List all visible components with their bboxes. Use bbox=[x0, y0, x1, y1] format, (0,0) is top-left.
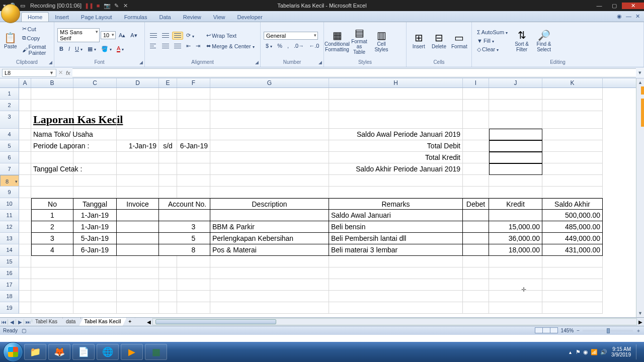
cell-G15[interactable] bbox=[210, 256, 329, 267]
cell-A11[interactable] bbox=[19, 210, 31, 221]
cell-D5[interactable]: 1-Jan-19 bbox=[117, 140, 159, 152]
cell-J8[interactable] bbox=[489, 175, 542, 187]
cell-G19[interactable] bbox=[210, 302, 329, 314]
row-header-18[interactable]: 18 bbox=[0, 291, 19, 302]
row-header-8[interactable]: 8 bbox=[0, 175, 19, 187]
cell-J11[interactable] bbox=[489, 210, 542, 221]
cell-C3[interactable] bbox=[73, 111, 117, 129]
cell-A2[interactable] bbox=[19, 100, 31, 111]
cell-H9[interactable] bbox=[329, 187, 463, 198]
cell-A4[interactable] bbox=[19, 129, 31, 140]
cell-I9[interactable] bbox=[463, 187, 489, 198]
cell-I3[interactable] bbox=[463, 111, 489, 129]
merge-center-button[interactable]: ⬌ Merge & Center bbox=[204, 42, 257, 50]
cell-F15[interactable] bbox=[177, 256, 210, 267]
cut-button[interactable]: ✂ Cut bbox=[20, 25, 51, 33]
row-header-9[interactable]: 9 bbox=[0, 187, 19, 198]
row-header-16[interactable]: 16 bbox=[0, 267, 19, 279]
align-left-button[interactable] bbox=[148, 42, 159, 50]
row-header-6[interactable]: 6 bbox=[0, 152, 19, 163]
formula-input[interactable] bbox=[72, 68, 636, 77]
cell-F14[interactable]: 8 bbox=[177, 244, 210, 256]
cell-G1[interactable] bbox=[210, 88, 329, 100]
tray-expand-icon[interactable]: ▴ bbox=[569, 349, 572, 355]
cell-J18[interactable] bbox=[489, 291, 542, 302]
cell-J19[interactable] bbox=[489, 302, 542, 314]
cell-G17[interactable] bbox=[210, 279, 329, 291]
row-header-5[interactable]: 5 bbox=[0, 140, 19, 152]
cell-A13[interactable] bbox=[19, 233, 31, 244]
cell-G3[interactable] bbox=[210, 111, 329, 129]
cell-J13[interactable]: 36,000.00 bbox=[489, 233, 542, 244]
taskbar-explorer[interactable]: 📁 bbox=[24, 344, 46, 360]
cell-I1[interactable] bbox=[463, 88, 489, 100]
horizontal-scrollbar[interactable]: ◀ ▶ bbox=[145, 318, 644, 325]
cell-I13[interactable] bbox=[463, 233, 489, 244]
cell-A18[interactable] bbox=[19, 291, 31, 302]
alignment-dialog-icon[interactable]: ◢ bbox=[255, 60, 259, 65]
row-header-19[interactable]: 19 bbox=[0, 302, 19, 314]
orientation-button[interactable]: ⟳ bbox=[184, 31, 196, 40]
cell-H6[interactable]: Total Kredit bbox=[329, 152, 463, 163]
cell-G14[interactable]: Pos & Materai bbox=[210, 244, 329, 256]
cell-H16[interactable] bbox=[329, 267, 463, 279]
cell-G13[interactable]: Perlengkapan Kebersihan bbox=[210, 233, 329, 244]
cell-I11[interactable] bbox=[463, 210, 489, 221]
cell-C11[interactable]: 1-Jan-19 bbox=[73, 210, 117, 221]
tray-network-icon[interactable]: 📶 bbox=[591, 349, 598, 355]
percent-button[interactable]: % bbox=[275, 42, 284, 50]
cell-E11[interactable] bbox=[159, 210, 177, 221]
align-right-button[interactable] bbox=[172, 42, 183, 50]
fill-button[interactable]: ▼ Fill bbox=[475, 37, 510, 45]
tray-volume-icon[interactable]: 🔊 bbox=[600, 349, 607, 355]
cell-D2[interactable] bbox=[117, 100, 159, 111]
cell-C15[interactable] bbox=[73, 256, 117, 267]
cell-J4[interactable] bbox=[489, 129, 542, 140]
cell-E12[interactable] bbox=[159, 221, 177, 233]
cell-B10[interactable]: No bbox=[31, 198, 73, 210]
office-button[interactable] bbox=[1, 4, 20, 23]
clear-button[interactable]: ◇ Clear bbox=[475, 45, 510, 54]
cell-K7[interactable] bbox=[542, 163, 603, 175]
row-header-15[interactable]: 15 bbox=[0, 256, 19, 267]
cell-I2[interactable] bbox=[463, 100, 489, 111]
cell-H8[interactable] bbox=[329, 175, 463, 187]
cell-K8[interactable] bbox=[542, 175, 603, 187]
cell-J6[interactable] bbox=[489, 152, 542, 163]
cell-styles-button[interactable]: ▥Cell Styles bbox=[371, 28, 391, 53]
cell-A3[interactable] bbox=[19, 111, 31, 129]
cell-D16[interactable] bbox=[117, 267, 159, 279]
cell-I18[interactable] bbox=[463, 291, 489, 302]
cell-I12[interactable] bbox=[463, 221, 489, 233]
row-header-14[interactable]: 14 bbox=[0, 244, 19, 256]
cell-I15[interactable] bbox=[463, 256, 489, 267]
cell-K1[interactable] bbox=[542, 88, 603, 100]
rec-screenshot-button[interactable]: 📷 bbox=[103, 3, 112, 9]
cell-K11[interactable]: 500,000.00 bbox=[542, 210, 603, 221]
cell-B6[interactable] bbox=[31, 152, 73, 163]
cell-A5[interactable] bbox=[19, 140, 31, 152]
worksheet-grid[interactable]: ABCDEFGHIJK 1234567891011121314151617181… bbox=[0, 78, 644, 317]
cell-H19[interactable] bbox=[329, 302, 463, 314]
delete-cells-button[interactable]: ⊟Delete bbox=[430, 31, 448, 51]
cell-C14[interactable]: 6-Jan-19 bbox=[73, 244, 117, 256]
col-header-C[interactable]: C bbox=[73, 78, 117, 87]
cell-C5[interactable] bbox=[73, 140, 117, 152]
zoom-in-button[interactable]: ＋ bbox=[636, 327, 641, 334]
new-sheet-button[interactable]: ✦ bbox=[125, 318, 135, 326]
name-box[interactable]: L8▼ bbox=[2, 69, 56, 77]
cell-F8[interactable] bbox=[177, 175, 210, 187]
cell-D19[interactable] bbox=[117, 302, 159, 314]
cell-F10[interactable] bbox=[177, 198, 210, 210]
cell-H11[interactable]: Saldo Awal Januari bbox=[329, 210, 463, 221]
taskbar-notes[interactable]: 📄 bbox=[72, 344, 95, 360]
align-bottom-button[interactable] bbox=[172, 32, 183, 40]
macro-record-icon[interactable]: ▢ bbox=[22, 328, 26, 333]
cell-H5[interactable]: Total Debit bbox=[329, 140, 463, 152]
sheet-prev-button[interactable]: ◀ bbox=[8, 319, 16, 325]
cell-I10[interactable]: Debet bbox=[463, 198, 489, 210]
select-all-corner[interactable] bbox=[0, 78, 19, 87]
row-header-11[interactable]: 11 bbox=[0, 210, 19, 221]
cell-H18[interactable] bbox=[329, 291, 463, 302]
paste-button[interactable]: 📋Paste bbox=[3, 31, 18, 51]
